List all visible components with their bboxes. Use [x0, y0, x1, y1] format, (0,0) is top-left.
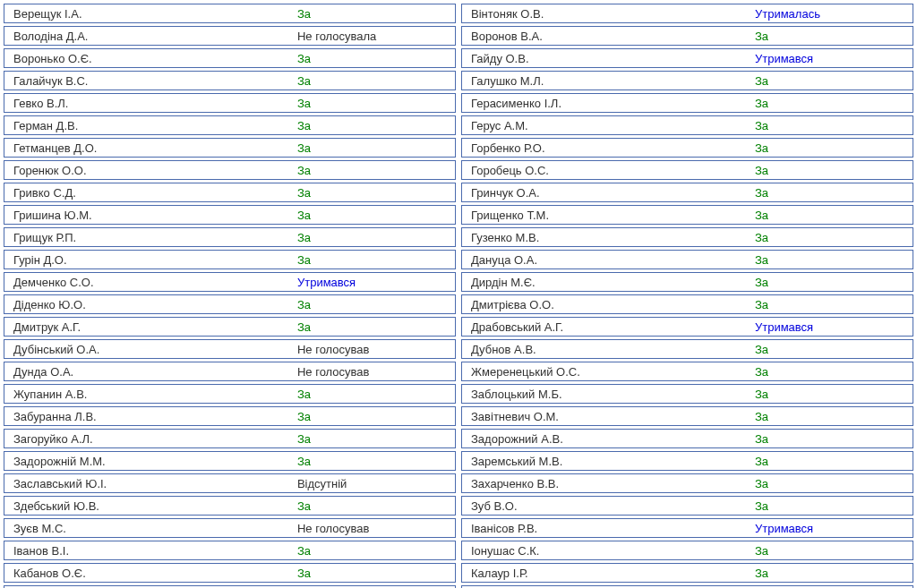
vote-value: За: [751, 74, 913, 88]
deputy-name: Гривко С.Д.: [4, 186, 294, 200]
vote-row: Задорожний А.В.За: [461, 429, 913, 448]
vote-row: Дануца О.А.За: [461, 250, 913, 269]
deputy-name: Герман Д.В.: [4, 119, 294, 132]
deputy-name: Дунда О.А.: [4, 365, 294, 379]
vote-value: За: [751, 30, 913, 43]
vote-row: Заремський М.В.За: [461, 451, 913, 471]
vote-value: Не голосувала: [294, 30, 455, 43]
deputy-name: Гетманцев Д.О.: [4, 141, 294, 155]
vote-row: Іонушас С.К.За: [461, 541, 913, 560]
vote-value: За: [751, 544, 913, 558]
vote-row: Дунда О.А.Не голосував: [4, 362, 456, 381]
deputy-name: Заремський М.В.: [462, 455, 751, 468]
vote-row: Іванов В.І.За: [4, 541, 456, 560]
vote-row: Гевко В.Л.За: [4, 93, 456, 113]
deputy-name: Дмитрієва О.О.: [462, 298, 751, 311]
vote-value: За: [751, 455, 913, 468]
deputy-name: Зуєв М.С.: [4, 522, 294, 535]
deputy-name: Заблоцький М.Б.: [462, 388, 751, 401]
vote-row: Зуєв М.С.Не голосував: [4, 518, 456, 538]
vote-value: За: [294, 388, 455, 401]
deputy-name: Іванісов Р.В.: [462, 522, 751, 535]
vote-row: Кабанов О.Є.За: [4, 563, 456, 583]
vote-row: Гурін Д.О.За: [4, 250, 456, 269]
deputy-name: Дирдін М.Є.: [462, 276, 751, 289]
vote-row: Горобець О.С.За: [461, 160, 913, 180]
vote-value: За: [751, 499, 913, 513]
deputy-name: Жмеренецький О.С.: [462, 365, 751, 379]
deputy-name: Задорожний А.В.: [462, 432, 751, 446]
deputy-name: Здебський Ю.В.: [4, 499, 294, 513]
left-column: Верещук І.А.ЗаВолодіна Д.А.Не голосувала…: [4, 4, 456, 588]
vote-row: Галушко М.Л.За: [461, 71, 913, 90]
vote-row: Забуранна Л.В.За: [4, 406, 456, 426]
deputy-name: Воронов В.А.: [462, 30, 751, 43]
deputy-name: Володіна Д.А.: [4, 30, 294, 43]
vote-value: За: [751, 365, 913, 379]
vote-row: Гришина Ю.М.За: [4, 205, 456, 225]
deputy-name: Грищук Р.П.: [4, 231, 294, 244]
deputy-name: Герус А.М.: [462, 119, 751, 132]
vote-value: За: [751, 410, 913, 423]
vote-row: Загоруйко А.Л.За: [4, 429, 456, 448]
vote-value: Утримався: [294, 276, 455, 289]
vote-value: За: [294, 320, 455, 334]
vote-value: За: [751, 209, 913, 222]
deputy-name: Воронько О.Є.: [4, 52, 294, 65]
deputy-name: Задорожній М.М.: [4, 455, 294, 468]
vote-value: Утримався: [751, 52, 913, 65]
vote-row: Герман Д.В.За: [4, 115, 456, 135]
deputy-name: Гринчук О.А.: [462, 186, 751, 200]
vote-value: За: [294, 141, 455, 155]
vote-value: Утримався: [751, 320, 913, 334]
vote-value: За: [294, 455, 455, 468]
deputy-name: Драбовський А.Г.: [462, 320, 751, 334]
voting-table: Верещук І.А.ЗаВолодіна Д.А.Не голосувала…: [4, 4, 913, 588]
vote-value: За: [751, 231, 913, 244]
deputy-name: Гришина Ю.М.: [4, 209, 294, 222]
vote-value: Відсутній: [294, 477, 455, 490]
deputy-name: Гайду О.В.: [462, 52, 751, 65]
deputy-name: Іонушас С.К.: [462, 544, 751, 558]
vote-row: Дмитрієва О.О.За: [461, 294, 913, 314]
vote-row: Гайду О.В.Утримався: [461, 48, 913, 68]
vote-row: Галайчук В.С.За: [4, 71, 456, 90]
deputy-name: Горбенко Р.О.: [462, 141, 751, 155]
vote-row: Грищенко Т.М.За: [461, 205, 913, 225]
deputy-name: Дубінський О.А.: [4, 343, 294, 356]
deputy-name: Демченко С.О.: [4, 276, 294, 289]
vote-value: За: [751, 388, 913, 401]
deputy-name: Забуранна Л.В.: [4, 410, 294, 423]
right-column: Вінтоняк О.В.УтрималасьВоронов В.А.ЗаГай…: [461, 4, 913, 588]
vote-value: За: [294, 253, 455, 267]
deputy-name: Загоруйко А.Л.: [4, 432, 294, 446]
vote-value: За: [294, 164, 455, 177]
vote-value: За: [294, 499, 455, 513]
vote-value: За: [751, 141, 913, 155]
vote-value: Утрималась: [751, 7, 913, 21]
vote-row: Калаур І.Р.За: [461, 563, 913, 583]
vote-row: Задорожній М.М.За: [4, 451, 456, 471]
vote-row: Заславський Ю.І.Відсутній: [4, 473, 456, 493]
deputy-name: Гурін Д.О.: [4, 253, 294, 267]
vote-row: Гривко С.Д.За: [4, 183, 456, 202]
vote-value: За: [751, 164, 913, 177]
deputy-name: Калаур І.Р.: [462, 567, 751, 580]
deputy-name: Захарченко В.В.: [462, 477, 751, 490]
vote-value: За: [294, 298, 455, 311]
vote-value: За: [294, 186, 455, 200]
deputy-name: Герасименко І.Л.: [462, 97, 751, 110]
vote-row: Дирдін М.Є.За: [461, 272, 913, 292]
vote-value: За: [294, 410, 455, 423]
deputy-name: Завітневич О.М.: [462, 410, 751, 423]
deputy-name: Горенюк О.О.: [4, 164, 294, 177]
vote-value: Не голосував: [294, 343, 455, 356]
vote-row: Воронов В.А.За: [461, 26, 913, 46]
vote-value: За: [751, 253, 913, 267]
vote-value: За: [294, 567, 455, 580]
vote-row: Верещук І.А.За: [4, 4, 456, 23]
vote-value: За: [751, 276, 913, 289]
vote-value: За: [294, 432, 455, 446]
vote-value: Не голосував: [294, 522, 455, 535]
vote-value: За: [751, 186, 913, 200]
